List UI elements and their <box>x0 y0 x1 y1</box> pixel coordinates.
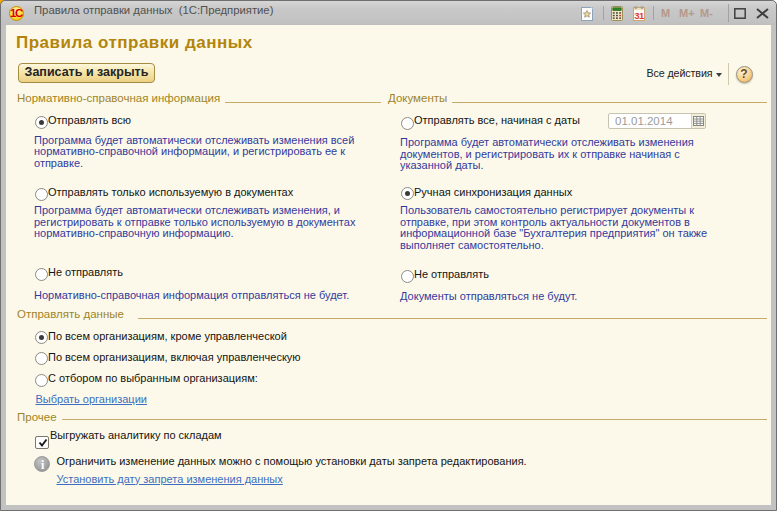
svg-text:31: 31 <box>634 10 645 21</box>
